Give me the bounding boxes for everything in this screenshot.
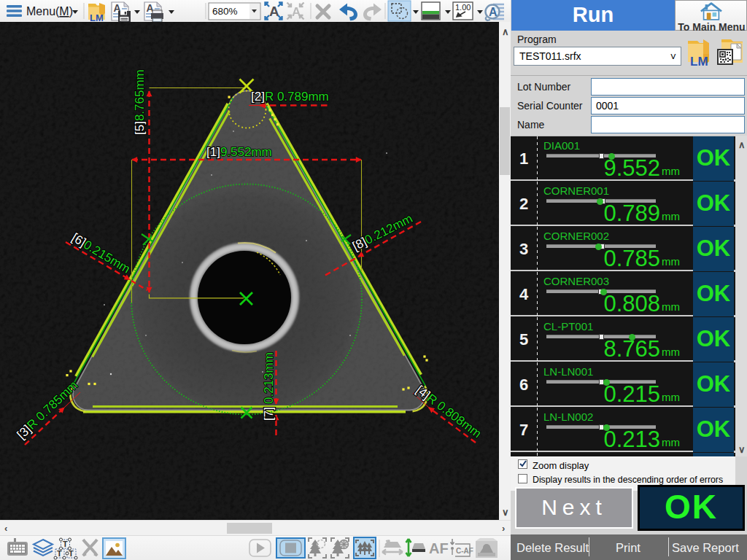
- svg-text:T: T: [57, 549, 62, 558]
- svg-text:[5]8.765mm: [5]8.765mm: [133, 69, 147, 135]
- svg-text:A: A: [489, 6, 498, 18]
- svg-text:1.00: 1.00: [455, 3, 471, 12]
- svg-text:C-AF: C-AF: [456, 547, 473, 555]
- svg-text:Menu(M): Menu(M): [26, 5, 73, 18]
- svg-text:[2]R 0.789mm: [2]R 0.789mm: [251, 90, 329, 104]
- svg-text:AF: AF: [429, 540, 449, 556]
- svg-text:T: T: [69, 549, 74, 558]
- svg-text:LM: LM: [690, 55, 708, 66]
- svg-text:[7]: [7]: [262, 407, 276, 421]
- svg-text:T: T: [63, 540, 68, 548]
- svg-text:LM: LM: [90, 12, 104, 22]
- svg-text:[1]9.552mm: [1]9.552mm: [206, 145, 272, 159]
- svg-text:0.213mm: 0.213mm: [262, 352, 276, 404]
- svg-text:680%: 680%: [212, 6, 238, 17]
